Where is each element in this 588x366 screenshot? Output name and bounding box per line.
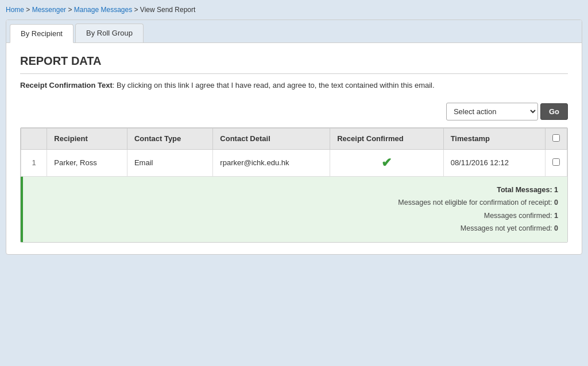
receipt-label: Receipt Confirmation Text bbox=[20, 81, 113, 89]
breadcrumb-home[interactable]: Home bbox=[6, 6, 24, 14]
breadcrumb-manage-messages[interactable]: Manage Messages bbox=[74, 6, 132, 14]
col-contact-detail: Contact Detail bbox=[213, 128, 330, 149]
messages-confirmed: Messages confirmed: 1 bbox=[32, 209, 558, 223]
action-select[interactable]: Select action Download CSV Print bbox=[446, 103, 538, 120]
main-container: By Recipient By Roll Group REPORT DATA R… bbox=[6, 20, 582, 255]
receipt-text-body: : By clicking on this link I agree that … bbox=[113, 81, 435, 89]
tab-by-roll-group[interactable]: By Roll Group bbox=[75, 24, 144, 42]
row-contact-type: Email bbox=[127, 149, 212, 176]
table-row: 1 Parker, Ross Email rparker@ichk.edu.hk… bbox=[21, 149, 567, 176]
row-checkbox-cell bbox=[546, 149, 567, 176]
breadcrumb-current: View Send Report bbox=[140, 6, 196, 14]
total-messages: Total Messages: 1 bbox=[32, 184, 558, 197]
not-yet-confirmed: Messages not yet confirmed: 0 bbox=[32, 222, 558, 235]
breadcrumb-messenger[interactable]: Messenger bbox=[32, 6, 66, 14]
tab-by-recipient[interactable]: By Recipient bbox=[10, 24, 74, 43]
col-contact-type: Contact Type bbox=[127, 128, 212, 149]
go-button[interactable]: Go bbox=[540, 103, 568, 120]
col-number bbox=[21, 128, 47, 149]
col-timestamp: Timestamp bbox=[443, 128, 545, 149]
report-title: REPORT DATA bbox=[20, 54, 568, 74]
row-contact-detail: rparker@ichk.edu.hk bbox=[213, 149, 330, 176]
row-checkbox[interactable] bbox=[552, 158, 560, 166]
row-number: 1 bbox=[21, 149, 47, 176]
col-receipt-confirmed: Receipt Confirmed bbox=[330, 128, 443, 149]
data-table-wrapper: Recipient Contact Type Contact Detail Re… bbox=[20, 127, 568, 243]
checkmark-icon: ✔ bbox=[381, 155, 392, 170]
row-recipient: Parker, Ross bbox=[47, 149, 127, 176]
not-eligible: Messages not eligible for confirmation o… bbox=[32, 196, 558, 209]
col-checkbox bbox=[546, 128, 567, 149]
action-bar: Select action Download CSV Print Go bbox=[20, 103, 568, 120]
table-header-row: Recipient Contact Type Contact Detail Re… bbox=[21, 128, 567, 149]
receipt-confirmation: Receipt Confirmation Text: By clicking o… bbox=[20, 80, 568, 91]
select-all-checkbox[interactable] bbox=[552, 134, 560, 142]
report-table: Recipient Contact Type Contact Detail Re… bbox=[21, 128, 567, 177]
row-timestamp: 08/11/2016 12:12 bbox=[443, 149, 545, 176]
col-recipient: Recipient bbox=[47, 128, 127, 149]
summary-row: Total Messages: 1 Messages not eligible … bbox=[21, 177, 567, 242]
report-content: REPORT DATA Receipt Confirmation Text: B… bbox=[6, 43, 582, 254]
breadcrumb: Home > Messenger > Manage Messages > Vie… bbox=[6, 6, 582, 14]
tabs-bar: By Recipient By Roll Group bbox=[6, 20, 582, 43]
row-receipt-confirmed: ✔ bbox=[330, 149, 443, 176]
